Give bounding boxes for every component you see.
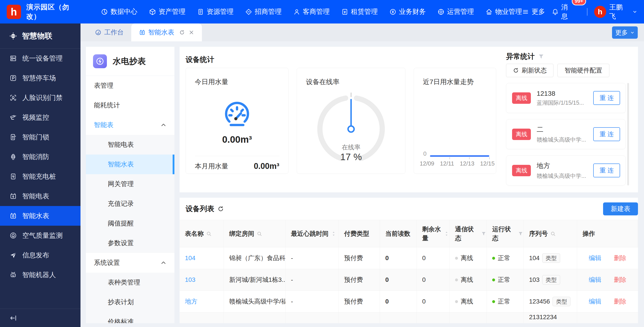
submenu-item[interactable]: 阈值提醒	[86, 214, 174, 233]
type-tag[interactable]: 类型	[542, 275, 560, 284]
column-header[interactable]: 剩余水量	[417, 220, 450, 247]
tab-smart-water-meter[interactable]: 智能水表	[131, 24, 202, 42]
submenu-item[interactable]: 系统设置	[86, 253, 174, 273]
submenu-item[interactable]: 充值记录	[86, 194, 174, 214]
device-statistics-panel: 设备统计 今日用水量 0.00m³ 本月用水量 0.00m³ 设备在线率	[180, 47, 638, 192]
sidebar-item[interactable]: 空气质量监测	[0, 226, 80, 245]
submenu-item[interactable]: 价格标准	[86, 312, 174, 323]
filter-icon[interactable]	[538, 53, 544, 60]
sidebar-header: 智慧物联	[0, 24, 80, 48]
user-menu[interactable]: h 王鹏飞	[594, 3, 637, 21]
sort-icon[interactable]	[444, 231, 450, 237]
close-tab-icon[interactable]	[188, 30, 194, 35]
delete-link[interactable]: 删除	[614, 276, 626, 284]
tab-dashboard[interactable]: 工作台	[87, 24, 131, 42]
invest-icon	[245, 8, 252, 16]
cell-room: 锦昶（广东）食品科...	[224, 247, 286, 269]
nav-item[interactable]: 租赁管理	[341, 7, 378, 16]
funnel-icon[interactable]	[481, 231, 486, 237]
type-tag[interactable]: 类型	[552, 297, 570, 306]
cell-meter-name[interactable]: 103	[180, 269, 224, 290]
submenu-item[interactable]: 网关管理	[86, 174, 174, 194]
submenu-item[interactable]: 智能水表	[86, 154, 174, 174]
sidebar-item[interactable]: 智能电表	[0, 186, 80, 206]
funnel-icon[interactable]	[518, 231, 524, 237]
submenu-item[interactable]: 智能电表	[86, 135, 174, 154]
cell-meter-name[interactable]: 地方	[180, 291, 224, 312]
messages-button[interactable]: 消息 99+	[552, 3, 574, 21]
refresh-tab-icon[interactable]	[179, 30, 185, 35]
edit-link[interactable]: 编辑	[589, 254, 601, 262]
column-header[interactable]: 付费类型	[339, 220, 380, 247]
nav-item[interactable]: 资产管理	[149, 7, 185, 16]
nav-item[interactable]: 物业管理	[486, 7, 522, 16]
column-header[interactable]: 表名称	[180, 220, 224, 247]
column-header[interactable]: 运行状态	[487, 220, 524, 247]
submenu-item-label: 价格标准	[108, 318, 134, 323]
search-icon[interactable]	[206, 231, 212, 237]
sidebar-item[interactable]: 智能门锁	[0, 127, 80, 147]
column-header[interactable]: 通信状态	[450, 220, 487, 247]
reconnect-button[interactable]: 重 连	[593, 164, 620, 177]
column-header[interactable]: 当前读数	[380, 220, 417, 247]
submenu-item[interactable]: 能耗统计	[86, 96, 174, 115]
nav-item[interactable]: 数据中心	[101, 7, 137, 16]
cell-actions: 编辑 删除	[577, 291, 638, 312]
table-body: 104 锦昶（广东）食品科... - 预付费 0 0 离线	[180, 247, 638, 323]
delete-link[interactable]: 删除	[614, 297, 626, 306]
submenu-item[interactable]: 抄表计划	[86, 292, 174, 312]
sidebar-item[interactable]: 视频监控	[0, 108, 80, 127]
sort-icon[interactable]	[331, 231, 336, 237]
abnormal-device-card: 离线 12138 蓝湖国际/1/15/15... 重 连	[506, 83, 626, 113]
sidebar-item[interactable]: 信息发布	[0, 245, 80, 265]
refresh-status-button[interactable]: 刷新状态	[506, 64, 554, 77]
sidebar-item[interactable]: 智能充电桩	[0, 167, 80, 186]
delete-link[interactable]: 删除	[614, 254, 626, 262]
sidebar-item[interactable]: 智能机器人	[0, 265, 80, 285]
column-header[interactable]: 序列号	[524, 220, 577, 247]
x-axis-label: 12/11	[440, 160, 454, 167]
cell-actions	[577, 312, 638, 323]
nav-item[interactable]: 招商管理	[245, 7, 282, 16]
column-header[interactable]: 操作	[577, 220, 638, 247]
submenu-item[interactable]: 表种类管理	[86, 273, 174, 292]
search-icon[interactable]	[256, 231, 262, 237]
submenu-item[interactable]: 智能表	[86, 115, 174, 135]
cell-meter-name[interactable]	[180, 312, 224, 323]
hardware-config-button[interactable]: 智能硬件配置	[558, 64, 609, 77]
edit-link[interactable]: 编辑	[589, 276, 601, 284]
park-name[interactable]: 演示园区（勿改）	[26, 2, 84, 21]
nav-item[interactable]: 业务财务	[389, 7, 426, 16]
cell-meter-name[interactable]: 104	[180, 247, 224, 269]
cell-pay-type: 预付费	[339, 269, 380, 290]
sidebar-item[interactable]: 智能水表	[0, 206, 80, 226]
scrollbar[interactable]	[627, 83, 629, 186]
brand-logo[interactable]: h	[7, 5, 21, 19]
reconnect-button[interactable]: 重 连	[593, 91, 620, 105]
sidebar-item[interactable]: 人脸识别门禁	[0, 88, 80, 108]
submenu-item[interactable]: 表管理	[86, 76, 174, 96]
reconnect-button[interactable]: 重 连	[593, 127, 620, 141]
new-meter-button[interactable]: 新建表	[603, 202, 638, 216]
device-name: 地方	[537, 161, 593, 170]
operation-icon	[438, 8, 444, 16]
tabbar-more-button[interactable]: 更多	[612, 26, 638, 39]
nav-item[interactable]: 资源管理	[197, 7, 234, 16]
sidebar-item[interactable]: 智慧停车场	[0, 68, 80, 88]
column-header[interactable]: 绑定房间	[224, 220, 286, 247]
type-tag[interactable]: 类型	[542, 254, 560, 263]
sidebar-item[interactable]: 智能消防	[0, 147, 80, 167]
edit-link[interactable]: 编辑	[589, 297, 601, 306]
cell-pay-type: 预付费	[339, 291, 380, 312]
submenu-item[interactable]: 参数设置	[86, 233, 174, 253]
column-header[interactable]: 最近心跳时间	[286, 220, 339, 247]
collapse-sidebar-icon[interactable]	[10, 314, 17, 322]
nav-item[interactable]: 运营管理	[438, 7, 474, 16]
sidebar-item[interactable]: 统一设备管理	[0, 48, 80, 68]
water-gauge-icon	[222, 99, 252, 128]
search-icon[interactable]	[550, 231, 556, 237]
table-header: 表名称 绑定房间 最近心跳时间	[180, 220, 638, 247]
refresh-list-icon[interactable]	[217, 206, 224, 212]
nav-item[interactable]: 客商管理	[293, 7, 330, 16]
nav-more-button[interactable]: 更多	[522, 7, 545, 16]
